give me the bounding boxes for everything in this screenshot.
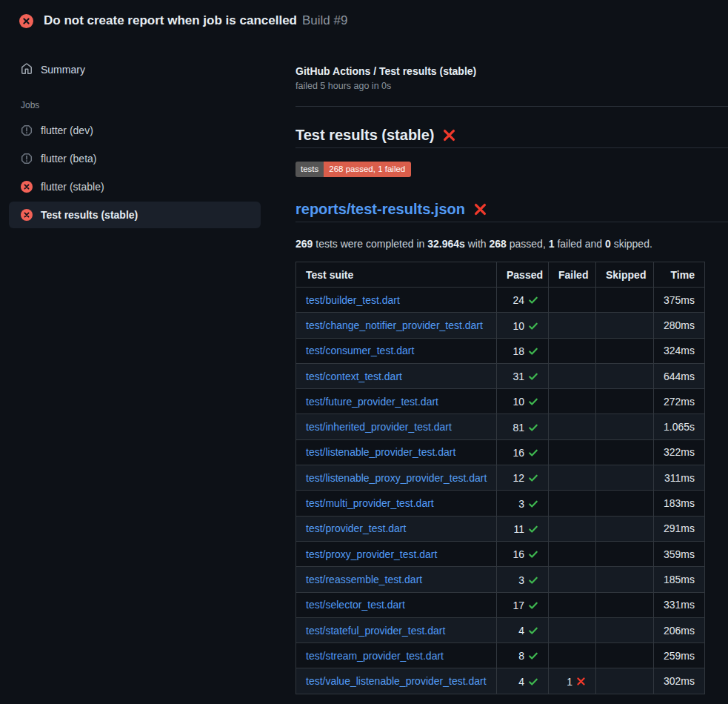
failed-cell <box>549 313 596 338</box>
suite-cell: test/selector_test.dart <box>296 592 497 617</box>
passed-cell: 10 <box>497 313 549 338</box>
check-icon <box>528 499 538 509</box>
col-header-passed: Passed <box>497 262 549 288</box>
time-cell: 324ms <box>654 338 705 363</box>
col-header-failed: Failed <box>549 262 596 288</box>
sidebar-summary-label: Summary <box>41 64 85 76</box>
time-cell: 259ms <box>654 643 705 668</box>
suite-link[interactable]: test/proxy_provider_test.dart <box>306 548 437 560</box>
time-value: 206ms <box>664 625 695 637</box>
failed-cell <box>549 541 596 566</box>
passed-count: 81 <box>512 420 524 435</box>
check-icon <box>528 600 538 611</box>
suite-cell: test/stream_provider_test.dart <box>296 643 497 668</box>
sidebar-item-flutter-stable[interactable]: flutter (stable) <box>9 173 261 200</box>
time-cell: 272ms <box>654 389 705 414</box>
time-cell: 331ms <box>654 592 705 617</box>
time-value: 183ms <box>664 497 695 509</box>
table-row: test/context_test.dart31644ms <box>296 363 705 388</box>
report-file-link[interactable]: reports/test-results.json <box>295 199 465 219</box>
table-row: test/inherited_provider_test.dart811.065… <box>296 414 705 439</box>
time-cell: 291ms <box>654 516 705 541</box>
sidebar-item-test-results-stable[interactable]: Test results (stable) <box>9 202 261 228</box>
skipped-cell <box>596 491 654 516</box>
table-row: test/proxy_provider_test.dart16359ms <box>296 541 705 566</box>
failed-x-circle-icon <box>21 181 33 193</box>
passed-cell: 4 <box>497 617 549 642</box>
suite-cell: test/builder_test.dart <box>296 288 497 313</box>
sidebar-item-flutter-beta[interactable]: flutter (beta) <box>9 145 261 172</box>
check-icon <box>528 575 538 585</box>
passed-count: 12 <box>512 471 524 485</box>
sidebar-item-summary[interactable]: Summary <box>9 59 261 80</box>
skipped-cell <box>596 567 654 592</box>
summary-number: 269 <box>295 238 313 250</box>
passed-count: 16 <box>512 547 524 562</box>
passed-count: 16 <box>512 445 524 460</box>
check-icon <box>528 448 538 458</box>
summary-text: skipped. <box>611 238 652 250</box>
table-header-row: Test suitePassedFailedSkippedTime <box>296 262 705 288</box>
time-value: 644ms <box>664 371 695 382</box>
suite-link[interactable]: test/future_provider_test.dart <box>306 396 438 408</box>
suite-link[interactable]: test/stateful_provider_test.dart <box>306 625 445 637</box>
job-label: Test results (stable) <box>41 209 138 221</box>
table-row: test/multi_provider_test.dart3183ms <box>296 491 705 516</box>
passed-count: 4 <box>518 674 524 689</box>
failed-cell <box>549 491 596 516</box>
time-cell: 644ms <box>654 363 705 388</box>
passed-cell: 3 <box>497 567 549 592</box>
suite-link[interactable]: test/provider_test.dart <box>306 522 406 534</box>
table-row: test/change_notifier_provider_test.dart1… <box>296 313 705 338</box>
suite-link[interactable]: test/consumer_test.dart <box>306 345 414 356</box>
time-cell: 280ms <box>654 313 705 338</box>
suite-link[interactable]: test/value_listenable_provider_test.dart <box>306 675 487 687</box>
time-value: 359ms <box>664 548 695 560</box>
time-value: 259ms <box>664 650 695 662</box>
stop-cancelled-icon <box>21 124 33 136</box>
skipped-cell <box>596 668 654 694</box>
suite-link[interactable]: test/context_test.dart <box>306 371 402 382</box>
suite-cell: test/change_notifier_provider_test.dart <box>296 313 497 338</box>
suite-link[interactable]: test/multi_provider_test.dart <box>306 497 434 509</box>
suite-link[interactable]: test/change_notifier_provider_test.dart <box>306 319 483 331</box>
home-icon <box>21 63 33 77</box>
suite-link[interactable]: test/inherited_provider_test.dart <box>306 421 452 433</box>
test-results-table: Test suitePassedFailedSkippedTime test/b… <box>295 262 705 694</box>
skipped-cell <box>596 389 654 414</box>
time-cell: 322ms <box>654 439 705 465</box>
suite-cell: test/reassemble_test.dart <box>296 567 497 592</box>
passed-count: 31 <box>512 369 524 384</box>
suite-cell: test/provider_test.dart <box>296 516 497 541</box>
passed-cell: 31 <box>497 363 549 388</box>
badge-value: 268 passed, 1 failed <box>324 162 411 177</box>
suite-link[interactable]: test/builder_test.dart <box>306 294 400 306</box>
time-cell: 206ms <box>654 617 705 642</box>
job-label: flutter (beta) <box>41 153 96 165</box>
table-row: test/consumer_test.dart18324ms <box>296 338 705 363</box>
table-row: test/stateful_provider_test.dart4206ms <box>296 617 705 642</box>
check-icon <box>528 422 538 433</box>
time-value: 1.065s <box>664 421 695 433</box>
suite-link[interactable]: test/stream_provider_test.dart <box>306 650 444 662</box>
passed-cell: 3 <box>497 491 549 516</box>
table-row: test/listenable_proxy_provider_test.dart… <box>296 465 705 491</box>
suite-link[interactable]: test/reassemble_test.dart <box>306 574 422 585</box>
passed-cell: 10 <box>497 389 549 414</box>
suite-link[interactable]: test/selector_test.dart <box>306 599 405 611</box>
suite-link[interactable]: test/listenable_proxy_provider_test.dart <box>306 472 487 484</box>
skipped-cell <box>596 288 654 313</box>
stop-cancelled-icon <box>21 153 33 165</box>
sidebar-item-flutter-dev[interactable]: flutter (dev) <box>9 117 261 144</box>
passed-cell: 17 <box>497 592 549 617</box>
summary-text: failed and <box>555 238 606 250</box>
run-status-subtitle: failed 5 hours ago in 0s <box>295 81 728 91</box>
page-title: Do not create report when job is cancell… <box>44 13 297 28</box>
passed-count: 10 <box>512 319 524 333</box>
passed-cell: 4 <box>497 668 549 694</box>
summary-text: tests were completed in <box>313 238 427 250</box>
time-value: 324ms <box>664 345 695 356</box>
passed-count: 17 <box>512 598 524 613</box>
suite-link[interactable]: test/listenable_provider_test.dart <box>306 446 455 458</box>
skipped-cell <box>596 338 654 363</box>
